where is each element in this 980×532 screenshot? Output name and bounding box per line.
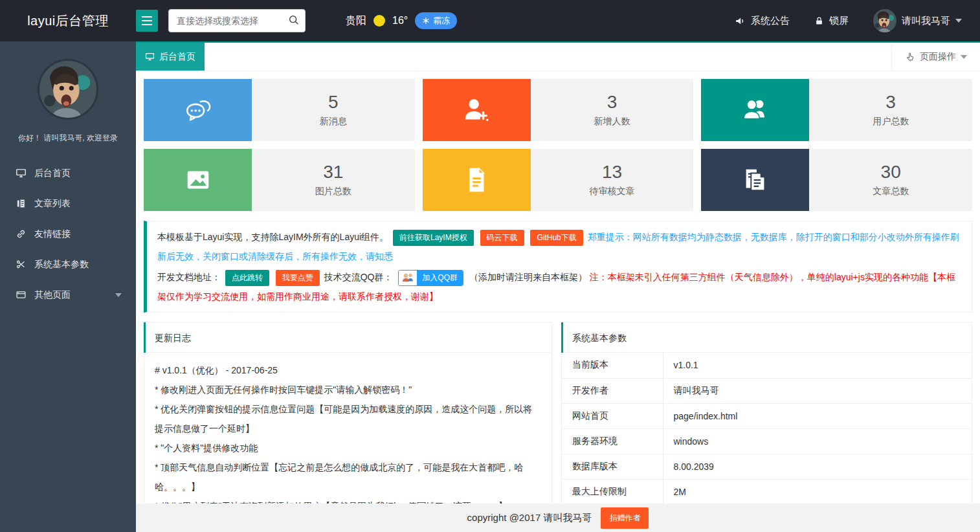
footer: copyright @2017 请叫我马哥 捐赠作者 <box>136 504 980 532</box>
param-value: page/index.html <box>663 403 972 428</box>
param-value: windows <box>663 428 972 454</box>
changelog-line: # v1.0.1（优化） - 2017-06-25 <box>155 360 541 380</box>
sun-icon <box>373 15 385 27</box>
param-row: 数据库版本 8.00.2039 <box>562 454 972 479</box>
sidebar-item-home[interactable]: 后台首页 <box>0 158 136 188</box>
qq-note: （添加时请注明来自本框架） <box>469 272 587 282</box>
stat-label: 文章总数 <box>873 186 909 197</box>
greeting: 你好！ 请叫我马哥, 欢迎登录 <box>0 133 136 144</box>
stat-value: 3 <box>607 93 618 113</box>
link-icon <box>16 228 27 239</box>
sidebar: 你好！ 请叫我马哥, 欢迎登录 后台首页 文章列表 友情链接 <box>0 41 136 532</box>
user-plus-icon <box>462 95 491 125</box>
search-input[interactable] <box>168 9 306 32</box>
param-value: 2M <box>663 479 972 504</box>
param-row: 最大上传限制 2M <box>562 479 972 504</box>
gitee-download-button[interactable]: 码云下载 <box>480 230 524 246</box>
param-row: 服务器环境 windows <box>562 428 972 454</box>
stat-value: 5 <box>328 93 339 113</box>
param-row: 开发作者 请叫我马哥 <box>562 378 972 403</box>
stat-card-new-messages[interactable]: 5 新消息 <box>144 79 415 141</box>
param-row: 当前版本 v1.0.1 <box>562 353 972 378</box>
chevron-down-icon <box>955 19 962 23</box>
stat-card-total-articles[interactable]: 30 文章总数 <box>701 149 972 211</box>
github-download-button[interactable]: GitHub下载 <box>530 230 583 246</box>
param-value: 请叫我马哥 <box>663 378 972 403</box>
param-label: 服务器环境 <box>562 428 663 454</box>
notice-intro: 本模板基于Layui实现，支持除LayIM外所有的Layui组件。 <box>157 232 388 242</box>
sidebar-avatar[interactable] <box>38 59 98 120</box>
tab-bar: 后台首页 页面操作 <box>136 41 980 71</box>
avatar <box>873 9 896 32</box>
stat-label: 新消息 <box>320 116 347 127</box>
announcement-button[interactable]: 系统公告 <box>735 15 790 27</box>
stat-card-pending-articles[interactable]: 13 待审核文章 <box>423 149 694 211</box>
chevron-down-icon <box>961 55 967 59</box>
app-logo: layui后台管理 <box>0 12 136 30</box>
qq-group-label: 技术交流QQ群： <box>324 272 393 282</box>
like-button[interactable]: 我要点赞 <box>276 270 320 286</box>
scissors-icon <box>16 259 27 270</box>
stat-value: 31 <box>323 162 343 183</box>
page-actions-dropdown[interactable]: 页面操作 <box>891 43 980 71</box>
sidebar-item-links[interactable]: 友情链接 <box>0 219 136 249</box>
notice-panel: 本模板基于Layui实现，支持除LayIM外所有的Layui组件。 前往获取La… <box>144 221 972 313</box>
params-panel: 系统基本参数 当前版本 v1.0.1 开发作者 请叫我马哥 网站首页 <box>561 322 972 504</box>
search-icon[interactable] <box>288 14 300 28</box>
lock-screen-button[interactable]: 锁屏 <box>814 15 849 27</box>
param-value: 8.00.2039 <box>663 454 972 479</box>
monitor-icon <box>16 168 27 179</box>
doc-address-label: 开发文档地址： <box>157 272 221 282</box>
stat-label: 图片总数 <box>315 186 351 197</box>
sidebar-item-other-pages[interactable]: 其他页面 <box>0 280 136 310</box>
users-icon <box>741 95 770 125</box>
stat-label: 用户总数 <box>873 116 909 127</box>
stat-value: 30 <box>881 162 901 183</box>
files-icon <box>741 165 770 195</box>
weather-temp: 16° <box>392 15 408 27</box>
sidebar-menu: 后台首页 文章列表 友情链接 系统基本参数 <box>0 158 136 310</box>
param-label: 最大上传限制 <box>562 479 663 504</box>
speaker-icon <box>735 16 746 27</box>
stat-value: 13 <box>602 162 622 183</box>
stat-card-total-users[interactable]: 3 用户总数 <box>701 79 972 141</box>
stat-label: 新增人数 <box>594 116 630 127</box>
changelog-panel: 更新日志 # v1.0.1（优化） - 2017-06-25 * 修改刚进入页面… <box>144 322 552 504</box>
copyright-text: copyright @2017 请叫我马哥 <box>467 512 592 524</box>
document-icon <box>16 198 27 209</box>
weather-condition: 霜冻 <box>433 15 450 27</box>
qq-avatars-icon <box>399 271 417 285</box>
stat-label: 待审核文章 <box>589 186 634 197</box>
sidebar-item-articles[interactable]: 文章列表 <box>0 188 136 219</box>
tab-home[interactable]: 后台首页 <box>136 43 205 71</box>
panel-title: 更新日志 <box>144 323 551 353</box>
doc-jump-button[interactable]: 点此跳转 <box>225 270 269 286</box>
stat-value: 3 <box>885 93 896 113</box>
image-icon <box>183 165 213 195</box>
changelog-body: # v1.0.1（优化） - 2017-06-25 * 修改刚进入页面无任何操作… <box>144 353 551 504</box>
panel-title: 系统基本参数 <box>562 323 972 353</box>
sidebar-item-params[interactable]: 系统基本参数 <box>0 249 136 280</box>
monitor-icon <box>145 52 155 61</box>
param-row: 网站首页 page/index.html <box>562 403 972 428</box>
donate-button[interactable]: 捐赠作者 <box>601 507 649 529</box>
layim-auth-button[interactable]: 前往获取LayIM授权 <box>393 230 474 246</box>
changelog-line: * 修改刚进入页面无任何操作时按回车键提示"请输入解锁密码！" <box>155 380 541 399</box>
header-search <box>168 9 306 32</box>
param-value: v1.0.1 <box>663 353 972 378</box>
user-menu[interactable]: 请叫我马哥 <box>873 9 962 32</box>
snowflake-icon <box>422 17 430 25</box>
param-label: 网站首页 <box>562 403 663 428</box>
main-area: 后台首页 页面操作 5 <box>136 41 980 532</box>
stats-grid: 5 新消息 3 新增人数 <box>144 79 972 211</box>
stat-card-new-users[interactable]: 3 新增人数 <box>423 79 694 141</box>
changelog-line: * 优化"用户列表"无法查询到新添加的用户【竟然是因为我把key值写错了，该死。… <box>155 496 541 504</box>
stat-card-total-images[interactable]: 31 图片总数 <box>144 149 415 211</box>
join-qq-button[interactable]: 加入QQ群 <box>398 270 463 286</box>
weather-widget: 贵阳 16° 霜冻 <box>346 12 457 29</box>
param-label: 数据库版本 <box>562 454 663 479</box>
menu-toggle-button[interactable] <box>136 10 158 32</box>
weather-city: 贵阳 <box>346 14 366 28</box>
frost-badge: 霜冻 <box>415 12 457 29</box>
params-table: 当前版本 v1.0.1 开发作者 请叫我马哥 网站首页 page/index.h… <box>562 353 972 504</box>
